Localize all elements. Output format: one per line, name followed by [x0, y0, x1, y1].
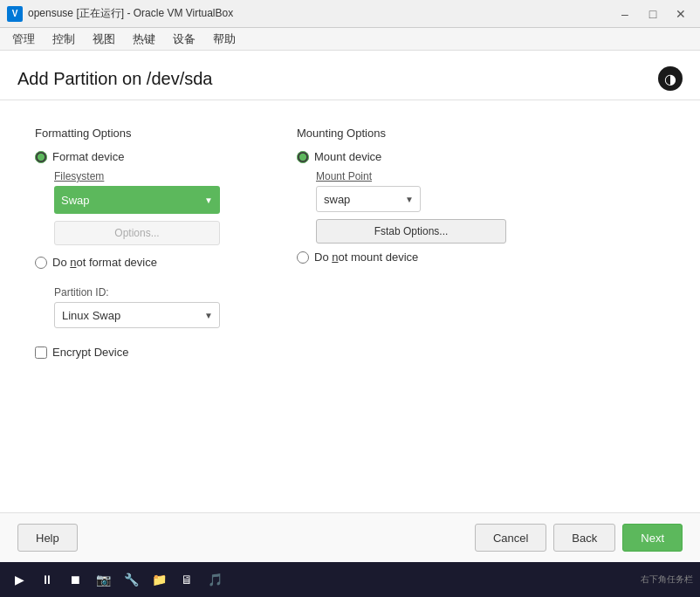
menu-device[interactable]: 设备 — [164, 28, 204, 50]
encrypt-device-checkbox-label[interactable]: Encrypt Device — [35, 346, 244, 359]
content-area: Formatting Options Format device Filesys… — [0, 100, 700, 512]
page-header: Add Partition on /dev/sda ◑ — [0, 51, 700, 100]
format-device-label: Format device — [52, 150, 124, 163]
fstab-options-button[interactable]: Fstab Options... — [316, 219, 506, 244]
encrypt-device-label: Encrypt Device — [52, 346, 128, 359]
help-button[interactable]: Help — [17, 524, 78, 552]
menu-hotkey[interactable]: 热键 — [124, 28, 164, 50]
title-bar-text: opensuse [正在运行] - Oracle VM VirtualBox — [28, 6, 613, 21]
format-device-radio[interactable] — [35, 151, 47, 163]
formatting-section: Formatting Options Format device Filesys… — [35, 127, 244, 486]
title-bar: V opensuse [正在运行] - Oracle VM VirtualBox… — [0, 0, 700, 28]
taskbar: ▶ ⏸ ⏹ 📷 🔧 📁 🖥 🎵 右下角任务栏 — [0, 562, 700, 597]
taskbar-icon-5[interactable]: 🔧 — [119, 567, 143, 592]
encrypt-device-checkbox[interactable] — [35, 347, 47, 359]
taskbar-icon-7[interactable]: 🖥 — [175, 567, 199, 592]
taskbar-icon-2[interactable]: ⏸ — [35, 567, 59, 592]
minimize-button[interactable]: – — [613, 4, 637, 24]
partition-id-dropdown[interactable]: Linux Swap Linux Linux LVM — [54, 302, 220, 328]
mount-device-label: Mount device — [314, 150, 381, 163]
partition-id-dropdown-wrapper[interactable]: Linux Swap Linux Linux LVM — [54, 302, 220, 328]
next-button[interactable]: Next — [622, 524, 683, 552]
taskbar-icon-8[interactable]: 🎵 — [202, 567, 227, 592]
taskbar-right-text: 右下角任务栏 — [641, 573, 693, 586]
mount-device-radio-label[interactable]: Mount device — [297, 150, 506, 163]
menu-control[interactable]: 控制 — [44, 28, 84, 50]
filesystem-label: Filesystem — [54, 170, 244, 182]
menu-manage[interactable]: 管理 — [3, 28, 44, 50]
taskbar-icon-3[interactable]: ⏹ — [63, 567, 87, 592]
taskbar-right: 右下角任务栏 — [641, 573, 693, 586]
do-not-format-radio-label[interactable]: Do not format device — [35, 256, 244, 269]
main-window: Add Partition on /dev/sda ◑ Formatting O… — [0, 51, 700, 562]
cancel-button[interactable]: Cancel — [475, 524, 546, 552]
menu-help[interactable]: 帮助 — [204, 28, 244, 50]
footer: Help Cancel Back Next — [0, 512, 700, 562]
do-not-mount-radio[interactable] — [297, 251, 309, 264]
format-device-radio-label[interactable]: Format device — [35, 150, 244, 163]
menu-bar: 管理 控制 视图 热键 设备 帮助 — [0, 28, 700, 51]
mounting-title: Mounting Options — [297, 127, 506, 140]
options-row: Formatting Options Format device Filesys… — [35, 127, 665, 486]
taskbar-icon-1[interactable]: ▶ — [7, 567, 31, 592]
mount-point-label: Mount Point — [316, 170, 506, 182]
do-not-format-radio[interactable] — [35, 257, 47, 269]
taskbar-icon-4[interactable]: 📷 — [91, 567, 115, 592]
maximize-button[interactable]: □ — [641, 4, 665, 24]
filesystem-dropdown-wrapper[interactable]: Swap Ext4 Ext3 XFS Btrfs — [54, 186, 220, 214]
options-button[interactable]: Options... — [54, 221, 220, 245]
do-not-mount-label: Do not mount device — [314, 250, 418, 264]
mount-device-radio[interactable] — [297, 151, 309, 163]
close-button[interactable]: ✕ — [669, 4, 693, 24]
title-bar-controls: – □ ✕ — [613, 4, 693, 24]
mount-point-dropdown-wrapper[interactable]: swap / /home /boot — [316, 186, 421, 212]
mounting-section: Mounting Options Mount device Mount Poin… — [297, 127, 506, 486]
mount-point-dropdown[interactable]: swap / /home /boot — [316, 186, 421, 212]
do-not-mount-radio-label[interactable]: Do not mount device — [297, 250, 506, 264]
taskbar-icon-6[interactable]: 📁 — [147, 567, 171, 592]
app-icon: V — [7, 6, 23, 22]
partition-id-label: Partition ID: — [54, 286, 244, 298]
formatting-title: Formatting Options — [35, 127, 244, 140]
footer-right: Cancel Back Next — [475, 524, 683, 552]
menu-view[interactable]: 视图 — [84, 28, 124, 50]
header-moon-icon: ◑ — [658, 66, 683, 91]
do-not-format-label: Do not format device — [52, 256, 157, 269]
filesystem-dropdown[interactable]: Swap Ext4 Ext3 XFS Btrfs — [54, 186, 220, 214]
page-title: Add Partition on /dev/sda — [17, 69, 212, 89]
back-button[interactable]: Back — [553, 524, 615, 552]
